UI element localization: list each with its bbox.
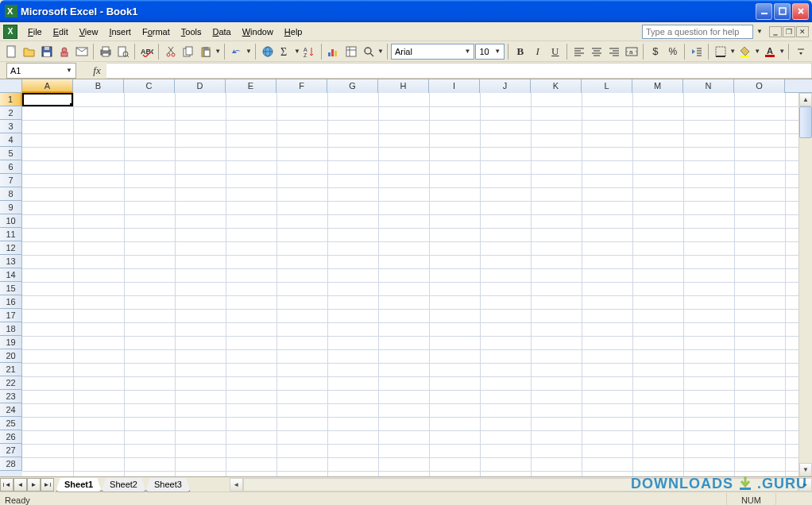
zoom-icon[interactable] [360, 43, 377, 60]
autosum-icon[interactable]: Σ [276, 43, 293, 60]
ask-dropdown-icon[interactable]: ▼ [756, 28, 763, 35]
menu-view[interactable]: View [74, 25, 104, 39]
row-header-9[interactable]: 9 [0, 201, 22, 214]
percent-icon[interactable]: % [664, 43, 681, 60]
row-header-25[interactable]: 25 [0, 417, 22, 430]
column-header-G[interactable]: G [327, 79, 378, 93]
row-header-8[interactable]: 8 [0, 187, 22, 201]
sheet-tab-sheet3[interactable]: Sheet3 [145, 478, 191, 492]
ask-question-input[interactable] [642, 25, 753, 39]
scroll-thumb[interactable] [799, 106, 812, 138]
menu-format[interactable]: Format [137, 25, 176, 39]
column-header-L[interactable]: L [582, 79, 632, 93]
row-header-24[interactable]: 24 [0, 403, 22, 417]
tab-nav-prev-icon[interactable]: ◄ [14, 478, 27, 492]
new-file-icon[interactable] [3, 43, 20, 60]
hyperlink-icon[interactable] [259, 43, 276, 60]
formula-input[interactable] [106, 63, 812, 79]
row-header-6[interactable]: 6 [0, 160, 22, 174]
merge-center-icon[interactable]: a [623, 43, 640, 60]
align-left-icon[interactable] [570, 43, 587, 60]
scroll-track[interactable] [799, 138, 812, 463]
row-header-11[interactable]: 11 [0, 228, 22, 241]
tab-nav-first-icon[interactable]: I◄ [0, 478, 14, 492]
row-header-20[interactable]: 20 [0, 349, 22, 363]
row-header-27[interactable]: 27 [0, 444, 22, 457]
menu-data[interactable]: Data [207, 25, 236, 39]
row-header-16[interactable]: 16 [0, 295, 22, 309]
mdi-restore-button[interactable]: ❐ [783, 26, 795, 37]
menu-insert[interactable]: Insert [103, 25, 137, 39]
name-box[interactable]: A1 ▼ [6, 63, 76, 79]
decrease-indent-icon[interactable] [688, 43, 705, 60]
menu-window[interactable]: Window [237, 25, 279, 39]
undo-dropdown-icon[interactable]: ▼ [246, 48, 252, 55]
row-header-7[interactable]: 7 [0, 174, 22, 187]
zoom-dropdown-icon[interactable]: ▼ [377, 48, 384, 55]
font-size-select[interactable]: 10▼ [475, 44, 505, 60]
fx-icon[interactable]: fx [87, 64, 106, 77]
mdi-minimize-button[interactable]: ‗ [769, 26, 782, 37]
borders-dropdown-icon[interactable]: ▼ [729, 48, 736, 55]
column-header-J[interactable]: J [480, 79, 531, 93]
mdi-close-button[interactable]: ✕ [796, 26, 809, 37]
toolbar-options-icon[interactable] [792, 43, 809, 60]
row-header-21[interactable]: 21 [0, 363, 22, 376]
cut-icon[interactable] [162, 43, 179, 60]
fill-color-dropdown-icon[interactable]: ▼ [754, 48, 760, 55]
font-color-icon[interactable]: A [761, 43, 778, 60]
row-header-26[interactable]: 26 [0, 430, 22, 444]
column-header-F[interactable]: F [276, 79, 327, 93]
menu-file[interactable]: File [22, 25, 48, 39]
menu-help[interactable]: Help [279, 25, 308, 39]
column-header-C[interactable]: C [124, 79, 175, 93]
row-header-12[interactable]: 12 [0, 241, 22, 255]
borders-icon[interactable] [712, 43, 729, 60]
column-header-B[interactable]: B [73, 79, 124, 93]
open-file-icon[interactable] [21, 43, 37, 60]
column-header-A[interactable]: A [22, 79, 73, 93]
sheet-tab-sheet2[interactable]: Sheet2 [101, 478, 146, 492]
window-minimize-button[interactable] [756, 3, 772, 20]
pivottable-icon[interactable] [342, 43, 359, 60]
row-header-19[interactable]: 19 [0, 336, 22, 349]
row-header-1[interactable]: 1 [0, 93, 22, 106]
row-header-4[interactable]: 4 [0, 133, 22, 147]
print-preview-icon[interactable] [114, 43, 131, 60]
row-header-2[interactable]: 2 [0, 106, 22, 120]
column-header-K[interactable]: K [531, 79, 582, 93]
column-header-H[interactable]: H [378, 79, 429, 93]
column-header-N[interactable]: N [683, 79, 734, 93]
column-header-M[interactable]: M [632, 79, 683, 93]
vertical-scrollbar[interactable]: ▲ ▼ [798, 93, 812, 476]
align-center-icon[interactable] [588, 43, 605, 60]
sort-asc-icon[interactable]: AZ [301, 43, 318, 60]
row-header-22[interactable]: 22 [0, 376, 22, 390]
paste-dropdown-icon[interactable]: ▼ [215, 48, 221, 55]
permission-icon[interactable] [56, 43, 72, 60]
bold-button[interactable]: B [512, 43, 528, 60]
fill-color-icon[interactable] [737, 43, 753, 60]
row-header-10[interactable]: 10 [0, 214, 22, 228]
email-icon[interactable] [73, 43, 90, 60]
font-color-dropdown-icon[interactable]: ▼ [779, 48, 785, 55]
row-header-15[interactable]: 15 [0, 282, 22, 295]
tab-nav-last-icon[interactable]: ►I [41, 478, 54, 492]
sheet-tab-sheet1[interactable]: Sheet1 [56, 478, 102, 492]
chart-wizard-icon[interactable] [325, 43, 342, 60]
autosum-dropdown-icon[interactable]: ▼ [294, 48, 300, 55]
paste-icon[interactable] [197, 43, 214, 60]
row-header-14[interactable]: 14 [0, 268, 22, 282]
window-close-button[interactable] [792, 3, 809, 20]
window-maximize-button[interactable] [774, 3, 791, 20]
font-name-select[interactable]: Arial▼ [391, 44, 475, 60]
row-header-28[interactable]: 28 [0, 457, 22, 471]
row-header-3[interactable]: 3 [0, 120, 22, 133]
underline-button[interactable]: U [547, 43, 563, 60]
spellcheck-icon[interactable]: ABC [138, 43, 155, 60]
row-header-17[interactable]: 17 [0, 309, 22, 322]
italic-button[interactable]: I [529, 43, 546, 60]
column-header-O[interactable]: O [734, 79, 785, 93]
row-header-13[interactable]: 13 [0, 255, 22, 268]
scroll-up-icon[interactable]: ▲ [799, 93, 812, 106]
